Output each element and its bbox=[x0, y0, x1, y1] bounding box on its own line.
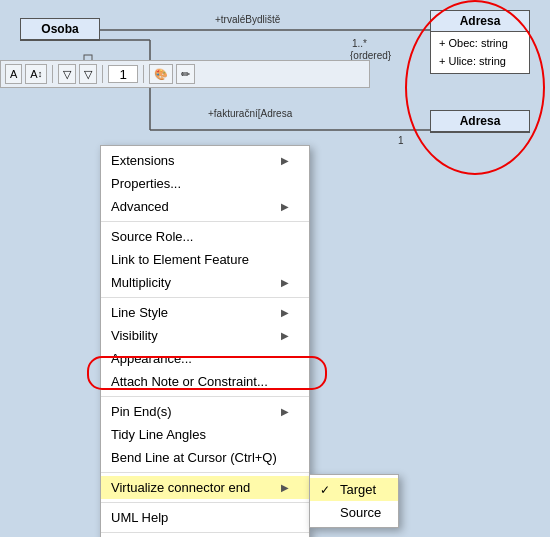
menu-item-multiplicity[interactable]: Multiplicity ▶ bbox=[101, 271, 309, 294]
menu-item-bend-line[interactable]: Bend Line at Cursor (Ctrl+Q) bbox=[101, 446, 309, 469]
menu-item-link-element-label: Link to Element Feature bbox=[111, 252, 289, 267]
menu-item-attach-note[interactable]: Attach Note or Constraint... bbox=[101, 370, 309, 393]
box-adresa-1-body: + Obec: string + Ulice: string bbox=[431, 32, 529, 73]
box-adresa-1-title: Adresa bbox=[431, 11, 529, 32]
adresa1-field-obec: + Obec: string bbox=[439, 35, 521, 53]
toolbar-fontsize-btn[interactable]: A↕ bbox=[25, 64, 47, 84]
toolbar: A A↕ ▽ ▽ 🎨 ✏ bbox=[0, 60, 370, 88]
box-adresa-2-title: Adresa bbox=[431, 111, 529, 132]
divider-1 bbox=[101, 221, 309, 222]
divider-5 bbox=[101, 502, 309, 503]
submenu-item-source[interactable]: Source bbox=[310, 501, 398, 524]
menu-item-line-style-label: Line Style bbox=[111, 305, 271, 320]
toolbar-num-input[interactable] bbox=[108, 65, 138, 83]
menu-item-uml-help[interactable]: UML Help bbox=[101, 506, 309, 529]
arrow-icon-vis: ▶ bbox=[281, 330, 289, 341]
arrow-icon-advanced: ▶ bbox=[281, 201, 289, 212]
submenu-virtualize: ✓ Target Source bbox=[309, 474, 399, 528]
toolbar-sep-3 bbox=[143, 65, 144, 83]
conn-label-mult2: 1 bbox=[398, 135, 404, 146]
conn-label-trvale: +trvaléBydliště bbox=[215, 14, 280, 25]
menu-item-link-element[interactable]: Link to Element Feature bbox=[101, 248, 309, 271]
menu-item-tidy-angles[interactable]: Tidy Line Angles bbox=[101, 423, 309, 446]
menu-item-properties-label: Properties... bbox=[111, 176, 289, 191]
menu-item-multiplicity-label: Multiplicity bbox=[111, 275, 271, 290]
menu-item-attach-note-label: Attach Note or Constraint... bbox=[111, 374, 289, 389]
divider-3 bbox=[101, 396, 309, 397]
arrow-icon-virt: ▶ bbox=[281, 482, 289, 493]
menu-item-bend-line-label: Bend Line at Cursor (Ctrl+Q) bbox=[111, 450, 289, 465]
toolbar-color1-btn[interactable]: ▽ bbox=[58, 64, 76, 84]
menu-item-pin-ends[interactable]: Pin End(s) ▶ bbox=[101, 400, 309, 423]
toolbar-sep-2 bbox=[102, 65, 103, 83]
menu-item-appearance[interactable]: Appearance... bbox=[101, 347, 309, 370]
submenu-item-target[interactable]: ✓ Target bbox=[310, 478, 398, 501]
conn-label-fakturacni: +fakturační[Adresa bbox=[208, 108, 292, 119]
conn-label-mult1: 1..* bbox=[352, 38, 367, 49]
menu-item-pin-ends-label: Pin End(s) bbox=[111, 404, 271, 419]
menu-item-advanced-label: Advanced bbox=[111, 199, 271, 214]
menu-item-source-role[interactable]: Source Role... bbox=[101, 225, 309, 248]
divider-4 bbox=[101, 472, 309, 473]
menu-item-extensions[interactable]: Extensions ▶ bbox=[101, 149, 309, 172]
menu-item-advanced[interactable]: Advanced ▶ bbox=[101, 195, 309, 218]
toolbar-edit-btn[interactable]: ✏ bbox=[176, 64, 195, 84]
menu-item-uml-help-label: UML Help bbox=[111, 510, 289, 525]
box-adresa-1[interactable]: Adresa + Obec: string + Ulice: string bbox=[430, 10, 530, 74]
arrow-icon-ls: ▶ bbox=[281, 307, 289, 318]
arrow-icon-pin: ▶ bbox=[281, 406, 289, 417]
menu-item-source-role-label: Source Role... bbox=[111, 229, 289, 244]
arrow-icon: ▶ bbox=[281, 155, 289, 166]
adresa1-field-ulice: + Ulice: string bbox=[439, 53, 521, 71]
box-adresa-2[interactable]: Adresa bbox=[430, 110, 530, 133]
menu-item-line-style[interactable]: Line Style ▶ bbox=[101, 301, 309, 324]
toolbar-color2-btn[interactable]: ▽ bbox=[79, 64, 97, 84]
box-osoba[interactable]: Osoba bbox=[20, 18, 100, 41]
submenu-item-target-label: Target bbox=[340, 482, 376, 497]
divider-2 bbox=[101, 297, 309, 298]
toolbar-font-btn[interactable]: A bbox=[5, 64, 22, 84]
box-osoba-title: Osoba bbox=[21, 19, 99, 40]
arrow-icon-mult: ▶ bbox=[281, 277, 289, 288]
context-menu: Extensions ▶ Properties... Advanced ▶ So… bbox=[100, 145, 310, 537]
menu-item-visibility[interactable]: Visibility ▶ bbox=[101, 324, 309, 347]
menu-item-properties[interactable]: Properties... bbox=[101, 172, 309, 195]
divider-6 bbox=[101, 532, 309, 533]
submenu-item-source-label: Source bbox=[340, 505, 381, 520]
menu-item-extensions-label: Extensions bbox=[111, 153, 271, 168]
menu-item-virtualize[interactable]: Virtualize connector end ▶ ✓ Target Sour… bbox=[101, 476, 309, 499]
toolbar-sep-1 bbox=[52, 65, 53, 83]
menu-item-virtualize-label: Virtualize connector end bbox=[111, 480, 271, 495]
menu-item-appearance-label: Appearance... bbox=[111, 351, 289, 366]
menu-item-tidy-angles-label: Tidy Line Angles bbox=[111, 427, 289, 442]
check-icon: ✓ bbox=[320, 483, 334, 497]
toolbar-paint-btn[interactable]: 🎨 bbox=[149, 64, 173, 84]
diagram-area: +trvaléBydliště 1..* {ordered} +fakturač… bbox=[0, 0, 550, 537]
menu-item-visibility-label: Visibility bbox=[111, 328, 271, 343]
